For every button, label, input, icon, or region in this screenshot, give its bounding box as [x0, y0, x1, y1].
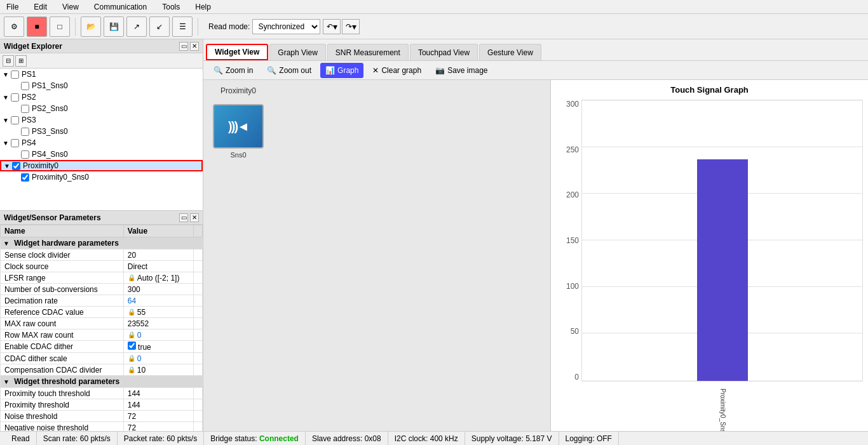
ps3-sns0-checkbox[interactable]	[21, 128, 29, 136]
menu-communication[interactable]: Communication	[90, 1, 151, 13]
restore-button[interactable]: ▭	[179, 42, 188, 51]
param-enable-cdac-value[interactable]: true	[123, 341, 193, 353]
sensor-label: Sns0	[210, 151, 267, 159]
supply-value: 5.187 V	[526, 434, 552, 443]
ps2-label: PS2	[22, 93, 36, 102]
menu-tools[interactable]: Tools	[158, 1, 184, 13]
tree-item-ps2[interactable]: ▼ PS2	[0, 91, 203, 103]
sensor-params-restore[interactable]: ▭	[179, 213, 188, 222]
ps3-checkbox[interactable]	[11, 116, 19, 124]
param-row-max-raw-value[interactable]: 🔒0	[123, 329, 193, 341]
stop-button[interactable]: ■	[27, 17, 47, 37]
ps4-label: PS4	[22, 138, 36, 147]
tree-item-ps3-sns0[interactable]: ▶ PS3_Sns0	[0, 126, 203, 137]
graph-button[interactable]: 📊 Graph	[320, 63, 363, 78]
param-dec-value[interactable]: 64	[123, 295, 193, 307]
close-button[interactable]: ✕	[190, 42, 199, 51]
param-ref-cdac-value[interactable]: 🔒55	[123, 307, 193, 318]
collapse-all-button[interactable]: ⊟	[3, 55, 14, 67]
zoom-in-label: Zoom in	[226, 66, 253, 75]
open-button[interactable]: 📂	[81, 17, 101, 37]
param-prox-touch-name: Proximity touch threshold	[1, 388, 124, 399]
tree-item-ps1[interactable]: ▼ PS1	[0, 69, 203, 80]
proximity0-checkbox[interactable]	[12, 162, 20, 170]
expand-all-button[interactable]: ⊞	[15, 55, 27, 67]
ps2-checkbox[interactable]	[11, 93, 19, 102]
logging-value: OFF	[597, 434, 612, 443]
tree-item-ps4[interactable]: ▼ PS4	[0, 137, 203, 149]
graph-panel: Touch Signal Graph 300 250 200 150 100 5…	[550, 80, 868, 431]
zoom-out-button[interactable]: 🔍 Zoom out	[262, 63, 316, 78]
tab-graph-view[interactable]: Graph View	[269, 44, 325, 60]
ps4-sns0-checkbox[interactable]	[21, 150, 29, 159]
zoom-in-button[interactable]: 🔍 Zoom in	[208, 63, 258, 78]
enable-cdac-checkbox[interactable]	[128, 342, 136, 350]
hardware-section-header: ▼ Widget hardware parameters	[1, 237, 203, 249]
ps3-sns0-label: PS3_Sns0	[32, 127, 68, 136]
param-sense-clock-value[interactable]: 20	[123, 249, 193, 261]
param-cdac-scale-value[interactable]: 🔒0	[123, 353, 193, 364]
menu-file[interactable]: File	[3, 1, 22, 13]
tree-item-ps1-sns0[interactable]: ▶ PS1_Sns0	[0, 80, 203, 91]
tab-gesture-view[interactable]: Gesture View	[479, 44, 541, 60]
widget-item-proximity0: )))◄ Sns0	[210, 104, 267, 159]
widget-canvas: Proximity0 )))◄ Sns0	[203, 80, 550, 431]
tree-item-ps3[interactable]: ▼ PS3	[0, 114, 203, 126]
tree-item-proximity0-sns0[interactable]: ▶ Proximity0_Sns0	[0, 171, 203, 183]
list-button[interactable]: ☰	[172, 17, 193, 37]
tree-item-ps2-sns0[interactable]: ▶ PS2_Sns0	[0, 103, 203, 114]
tree-item-proximity0[interactable]: ▼ Proximity0	[0, 160, 203, 171]
ps4-checkbox[interactable]	[11, 139, 19, 147]
ps1-checkbox[interactable]	[11, 70, 19, 79]
sensor-params-close[interactable]: ✕	[190, 213, 199, 222]
widget-tree: ▼ PS1 ▶ PS1_Sns0 ▼ PS2 ▶	[0, 69, 203, 210]
graph-label: Graph	[337, 66, 358, 75]
hardware-section-label: ▼ Widget hardware parameters	[1, 237, 203, 249]
menu-edit[interactable]: Edit	[30, 1, 51, 13]
save-image-button[interactable]: 📷 Save image	[430, 63, 492, 78]
slave-addr-label: Slave address:	[312, 434, 362, 443]
param-clock-source-value[interactable]: Direct	[123, 261, 193, 272]
param-noise-thresh-value[interactable]: 72	[123, 411, 193, 422]
undo-button[interactable]: ↶▾	[323, 19, 341, 34]
settings-button[interactable]: ⚙	[4, 17, 24, 37]
tab-touchpad-view[interactable]: Touchpad View	[410, 44, 478, 60]
import-button[interactable]: ↙	[149, 17, 170, 37]
list-icon: ☰	[179, 22, 186, 31]
col-value: Value	[123, 225, 193, 237]
param-max-raw-value[interactable]: 23552	[123, 318, 193, 329]
threshold-toggle[interactable]: ▼	[3, 378, 10, 385]
tab-widget-view[interactable]: Widget View	[206, 44, 268, 60]
param-sub-conv-value[interactable]: 300	[123, 284, 193, 295]
tree-item-ps4-sns0[interactable]: ▶ PS4_Sns0	[0, 149, 203, 160]
tab-snr-measurement[interactable]: SNR Measurement	[327, 44, 409, 60]
ps2-sns0-checkbox[interactable]	[21, 105, 29, 113]
redo-button[interactable]: ↷▾	[342, 19, 360, 34]
param-prox-thresh-value[interactable]: 144	[123, 399, 193, 411]
param-max-raw-name: MAX raw count	[1, 318, 124, 329]
proximity0-sns0-checkbox[interactable]	[21, 173, 29, 182]
param-comp-cdac-value[interactable]: 🔒10	[123, 364, 193, 376]
param-prox-touch-value[interactable]: 144	[123, 388, 193, 399]
param-neg-noise-value[interactable]: 72	[123, 422, 193, 432]
ps1-sns0-checkbox[interactable]	[21, 82, 29, 90]
param-lfsr-value[interactable]: 🔒 Auto ([-2; 1])	[123, 272, 193, 284]
param-clock-source-name: Clock source	[1, 261, 124, 272]
clear-graph-icon: ✕	[372, 66, 379, 75]
save-button[interactable]: 💾	[104, 17, 124, 37]
widget-explorer-toolbar: ⊟ ⊞	[0, 53, 203, 69]
redo-icon: ↷	[346, 22, 352, 31]
hardware-toggle[interactable]: ▼	[3, 240, 10, 247]
square-button[interactable]: □	[50, 17, 70, 37]
stop-icon: ■	[34, 22, 39, 31]
param-sense-clock: Sense clock divider 20	[1, 249, 203, 261]
menu-help[interactable]: Help	[191, 1, 215, 13]
export-button[interactable]: ↗	[126, 17, 147, 37]
proximity-widget-icon[interactable]: )))◄	[213, 104, 264, 149]
status-bridge: Bridge status: Connected	[204, 432, 306, 445]
save-icon: 💾	[109, 22, 119, 31]
clear-graph-button[interactable]: ✕ Clear graph	[367, 63, 426, 78]
read-mode-select[interactable]: Synchronized Asynchronous	[252, 19, 320, 34]
menu-view[interactable]: View	[58, 1, 83, 13]
tab-bar: Widget View Graph View SNR Measurement T…	[203, 39, 868, 61]
